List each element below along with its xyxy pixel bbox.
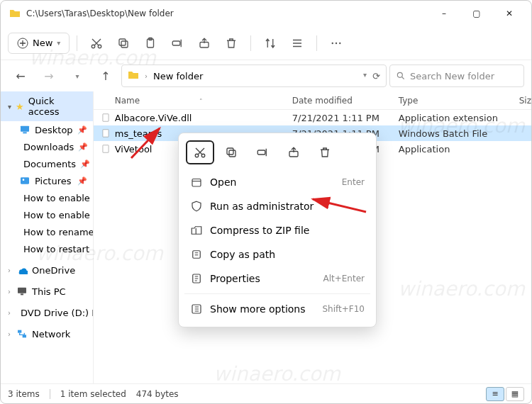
sidebar-item[interactable]: How to rename driv… — [1, 223, 93, 240]
svg-point-11 — [339, 42, 340, 43]
file-row[interactable]: Albacore.ViVe.dll7/21/2021 1:11 PMApplic… — [94, 110, 531, 125]
svg-rect-32 — [192, 179, 201, 187]
forward-button[interactable]: → — [36, 63, 62, 89]
context-show-more[interactable]: Show more options Shift+F10 — [184, 297, 370, 321]
sidebar-item[interactable]: How to enable Nig… — [1, 189, 93, 206]
copy-icon[interactable] — [111, 31, 135, 55]
chevron-down-icon[interactable]: ▾ — [363, 71, 367, 82]
search-input[interactable]: Search New folder — [389, 64, 524, 87]
svg-rect-24 — [103, 130, 109, 138]
svg-rect-18 — [21, 293, 23, 295]
context-copy-icon[interactable] — [217, 140, 245, 164]
svg-rect-28 — [229, 150, 235, 157]
context-rename-icon[interactable] — [248, 140, 277, 164]
cut-icon[interactable] — [84, 31, 109, 55]
quick-access-header[interactable]: ▾ ★ Quick access — [1, 91, 93, 121]
status-size: 474 bytes — [136, 389, 179, 399]
sidebar-root-item[interactable]: ›This PC — [1, 283, 93, 300]
sidebar-item[interactable]: Desktop📌 — [1, 121, 93, 138]
svg-rect-23 — [103, 114, 109, 122]
folder-icon — [9, 8, 21, 19]
status-selection: 1 item selected — [60, 389, 126, 399]
minimize-button[interactable]: – — [428, 2, 460, 25]
recent-dropdown[interactable]: ▾ — [65, 63, 90, 89]
details-view-button[interactable]: ≡ — [486, 387, 504, 401]
svg-rect-14 — [23, 132, 26, 133]
svg-rect-33 — [193, 251, 201, 259]
context-item[interactable]: Run as administrator — [184, 194, 370, 218]
sidebar-item[interactable]: Pictures📌 — [1, 172, 93, 189]
context-item[interactable]: OpenEnter — [184, 170, 370, 194]
refresh-button[interactable]: ⟳ — [372, 71, 380, 82]
svg-rect-21 — [18, 330, 21, 333]
sidebar-item[interactable]: How to restart File E… — [1, 240, 93, 257]
svg-rect-17 — [18, 288, 26, 293]
address-bar[interactable]: › New folder ▾ ⟳ — [121, 64, 387, 87]
sidebar-root-item[interactable]: ›OneDrive — [1, 262, 93, 279]
sidebar-root-item[interactable]: ›Network — [1, 325, 93, 342]
nav-pane: ▾ ★ Quick access Desktop📌Downloads📌Docum… — [1, 91, 94, 383]
share-icon[interactable] — [192, 31, 216, 55]
svg-rect-3 — [121, 41, 128, 47]
paste-icon[interactable] — [138, 31, 162, 55]
titlebar: C:\Users\Taras\Desktop\New folder – ▢ ✕ — [1, 1, 531, 26]
svg-rect-13 — [21, 126, 29, 132]
svg-rect-15 — [21, 177, 29, 184]
sidebar-item[interactable]: How to enable or d… — [1, 206, 93, 223]
breadcrumb[interactable]: New folder — [153, 71, 203, 82]
sort-icon[interactable] — [258, 31, 282, 55]
svg-rect-30 — [257, 150, 265, 155]
context-menu: OpenEnterRun as administratorCompress to… — [178, 133, 377, 327]
icons-view-button[interactable]: ▦ — [506, 387, 524, 401]
close-button[interactable]: ✕ — [493, 2, 526, 25]
more-icon[interactable] — [324, 31, 348, 55]
up-button[interactable]: ↑ — [93, 63, 118, 89]
svg-rect-25 — [103, 145, 109, 153]
sidebar-root-item[interactable]: ›DVD Drive (D:) ESD-IS… — [1, 304, 93, 321]
context-delete-icon[interactable] — [311, 140, 339, 164]
search-placeholder: Search New folder — [410, 71, 494, 82]
status-bar: 3 items 1 item selected 474 bytes ≡ ▦ — [1, 383, 531, 403]
column-headers[interactable]: Name ˄ Date modified Type Siz — [94, 91, 531, 110]
window-title: C:\Users\Taras\Desktop\New folder — [26, 9, 174, 18]
svg-point-12 — [397, 72, 402, 77]
context-share-icon[interactable] — [279, 140, 308, 164]
star-icon: ★ — [16, 101, 24, 112]
context-item[interactable]: Compress to ZIP file — [184, 218, 370, 242]
view-icon[interactable] — [285, 31, 309, 55]
svg-point-16 — [23, 179, 25, 181]
sidebar-item[interactable]: Downloads📌 — [1, 138, 93, 155]
svg-point-10 — [336, 42, 337, 43]
sidebar-item[interactable]: Documents📌 — [1, 155, 93, 172]
rename-icon[interactable] — [165, 31, 189, 55]
context-item[interactable]: PropertiesAlt+Enter — [184, 266, 370, 291]
chevron-right-icon: › — [145, 72, 148, 80]
delete-icon[interactable] — [219, 31, 243, 55]
maximize-button[interactable]: ▢ — [460, 2, 493, 25]
context-cut-icon[interactable] — [186, 140, 214, 164]
status-count: 3 items — [8, 389, 40, 399]
svg-rect-7 — [173, 41, 181, 45]
context-item[interactable]: Copy as path — [184, 242, 370, 266]
nav-row: ← → ▾ ↑ › New folder ▾ ⟳ Search New fold… — [1, 60, 531, 91]
new-button[interactable]: New ▾ — [8, 33, 70, 54]
svg-rect-4 — [119, 39, 126, 45]
svg-rect-29 — [227, 148, 233, 155]
back-button[interactable]: ← — [8, 63, 33, 89]
folder-icon — [128, 69, 139, 83]
command-bar: New ▾ — [1, 26, 531, 60]
svg-point-9 — [332, 42, 333, 43]
